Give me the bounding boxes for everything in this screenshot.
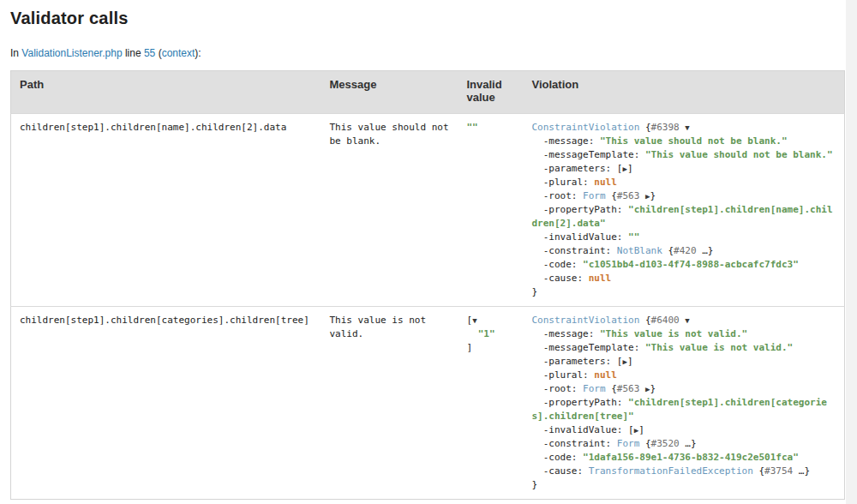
dump-line: -code: "c1051bb4-d103-4f74-8988-acbcafc7… — [532, 258, 836, 272]
source-file-link[interactable]: ValidationListener.php — [21, 47, 122, 59]
dump-toggle-icon[interactable]: ▼ — [472, 316, 476, 325]
dump-line: -constraint: Form {#3520 …} — [532, 437, 836, 451]
dump-line: -message: "This value should not be blan… — [532, 135, 836, 148]
source-line-label: line — [125, 47, 141, 59]
dump-line: "1" — [467, 327, 515, 341]
dump-token-note: Form — [583, 383, 606, 394]
table-row: children[step1].children[name].children[… — [11, 114, 845, 307]
dump-token-punct: { — [639, 438, 650, 449]
dump-line: -cause: null — [532, 272, 836, 285]
dump-token-prop: -root: — [532, 383, 584, 394]
dump-token-ref: #3520 — [651, 438, 680, 449]
dump-line: -plural: null — [532, 369, 836, 382]
validator-panel: Validator calls In ValidationListener.ph… — [0, 0, 857, 500]
dump-token-ref: #563 — [617, 190, 640, 201]
dump-token-ref: #563 — [617, 383, 640, 394]
dump-token-prop: -invalidValue: — [532, 424, 629, 435]
dump-line: -messageTemplate: "This value is not val… — [532, 341, 836, 355]
dump-token-prop: -constraint: — [532, 245, 617, 256]
dump-token-prop: -parameters: — [532, 163, 617, 174]
dump-token-ref: #420 — [674, 245, 697, 256]
dump-line: "" — [467, 121, 515, 135]
dump-line: -constraint: NotBlank {#420 …} — [532, 244, 836, 258]
dump-token-punct: { — [606, 190, 617, 201]
dump-token-punct: { — [662, 245, 674, 256]
dump-token-punct: …} — [680, 438, 697, 449]
dump-line: -messageTemplate: "This value should not… — [532, 148, 836, 162]
dump-line: } — [532, 285, 836, 299]
dump-toggle-icon[interactable]: ▼ — [685, 123, 689, 132]
dump-token-prop: -plural: — [532, 177, 595, 188]
dump-line: ConstraintViolation {#6400 ▼ — [532, 314, 836, 327]
dump-line: -root: Form {#563 ▶} — [532, 189, 836, 203]
dump-token-punct: { — [639, 122, 650, 133]
dump-token-prop: -constraint: — [532, 438, 617, 449]
dump-token-punct: ] — [627, 163, 633, 174]
dump-line: -parameters: [▶] — [532, 355, 836, 369]
dump-token-note: Form — [583, 190, 606, 201]
dump-token-punct: { — [753, 465, 764, 477]
invalid-value-cell: "" — [458, 114, 524, 307]
source-prefix: In — [10, 47, 19, 59]
dump-token-str: "" — [467, 122, 478, 133]
table-row: children[step1].children[categories].chi… — [11, 307, 845, 500]
dump-token-ref: #6400 — [651, 315, 680, 326]
message-cell: This value should not be blank. — [321, 114, 458, 307]
dump-token-prop: -invalidValue: — [532, 231, 629, 243]
dump-token-prop: -cause: — [532, 273, 589, 284]
dump-token-punct: } — [650, 190, 656, 201]
dump-token-prop: -code: — [532, 452, 584, 463]
column-header-message: Message — [321, 71, 458, 114]
dump-token-str: "c1051bb4-d103-4f74-8988-acbcafc7fdc3" — [583, 259, 799, 270]
dump-line: -invalidValue: [▶] — [532, 423, 836, 437]
dump-token-note: NotBlank — [617, 245, 662, 256]
dump-token-note: ConstraintViolation — [532, 122, 640, 133]
dump-line: -message: "This value is not valid." — [532, 327, 836, 341]
dump-token-prop: -message: — [532, 135, 600, 147]
dump-token-prop: -message: — [532, 328, 600, 339]
dump-token-punct: } — [650, 383, 656, 394]
dump-token-punct: …} — [697, 245, 714, 256]
invalid-value-cell: [▼ "1"] — [458, 307, 524, 500]
paren-close: ): — [195, 47, 201, 59]
dump-token-punct: ] — [627, 356, 633, 367]
dump-token-punct: [ — [628, 424, 634, 435]
column-header-path: Path — [11, 71, 321, 114]
dump-token-str: "This value should not be blank." — [645, 149, 833, 160]
dump-line: -propertyPath: "children[step1].children… — [532, 396, 836, 423]
dump-token-str: "This value should not be blank." — [600, 135, 788, 147]
dump-token-prop: -parameters: — [532, 356, 617, 367]
dump-token-prop — [467, 328, 478, 339]
dump-line: -propertyPath: "children[step1].children… — [532, 203, 836, 231]
dump-line: -parameters: [▶] — [532, 162, 836, 176]
dump-token-punct — [639, 383, 645, 394]
source-line-link[interactable]: 55 — [144, 47, 155, 59]
dump-token-str: "This value is not valid." — [645, 342, 793, 353]
dump-token-punct: …} — [793, 465, 810, 477]
dump-token-note: ConstraintViolation — [532, 315, 640, 326]
dump-token-note: Form — [617, 438, 640, 449]
column-header-invalid-value: Invalid value — [458, 71, 524, 114]
dump-token-punct: } — [532, 286, 538, 297]
dump-line: -invalidValue: "" — [532, 231, 836, 244]
dump-token-prop: -messageTemplate: — [532, 149, 645, 160]
dump-line: [▼ — [467, 314, 515, 327]
column-header-violation: Violation — [524, 71, 845, 114]
dump-toggle-icon[interactable]: ▼ — [685, 316, 689, 325]
dump-token-punct: ] — [638, 424, 644, 435]
dump-token-ref: #6398 — [651, 122, 680, 133]
dump-line: ConstraintViolation {#6398 ▼ — [532, 121, 836, 135]
context-link[interactable]: context — [162, 47, 195, 59]
dump-token-note: TransformationFailedException — [589, 465, 753, 477]
dump-line: } — [532, 478, 836, 492]
dump-line: ] — [467, 341, 515, 355]
dump-token-punct — [639, 190, 645, 201]
dump-token-prop: -cause: — [532, 465, 589, 477]
page-title: Validator calls — [10, 9, 857, 28]
dump-line: -code: "1dafa156-89e1-4736-b832-419c2e50… — [532, 451, 836, 465]
path-cell: children[step1].children[name].children[… — [11, 114, 321, 307]
dump-token-str: "This value is not valid." — [600, 328, 747, 339]
dump-token-prop: -messageTemplate: — [532, 342, 645, 353]
dump-token-str: "" — [628, 231, 639, 243]
dump-token-prop: -propertyPath: — [532, 397, 629, 408]
